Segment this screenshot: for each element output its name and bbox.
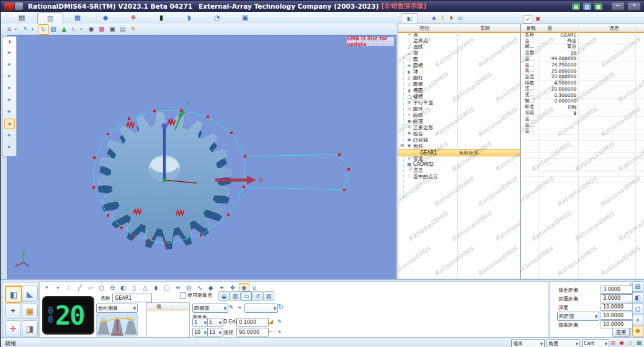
retract-input[interactable]: 3.0000: [601, 294, 633, 302]
probe-box-button[interactable]: ⌖: [4, 119, 15, 129]
tab-features[interactable]: ◧: [401, 13, 418, 23]
workpiece-mode-button[interactable]: ◧: [5, 286, 22, 303]
sma-update-button[interactable]: SMA is due for update: [346, 37, 395, 47]
feature-vector-point-button[interactable]: ∴: [64, 283, 73, 292]
tab-palette[interactable]: ❖: [121, 12, 146, 23]
use-points-checkbox[interactable]: [180, 292, 186, 299]
feature-line-button[interactable]: ╱: [75, 283, 84, 292]
home-button-caret[interactable]: ▾: [15, 27, 17, 31]
feature-surface-button[interactable]: ◆: [206, 283, 215, 292]
tree-header-actual[interactable]: 实际: [480, 25, 490, 32]
tab-clock[interactable]: ◔: [205, 12, 230, 23]
tab-pointer[interactable]: ◆: [93, 12, 118, 23]
props-header-error[interactable]: 误差: [609, 25, 619, 32]
close-button[interactable]: ✕: [627, 2, 641, 11]
axes-mode-button[interactable]: ✛: [5, 320, 21, 336]
probe-tip-icon[interactable]: ⌖: [275, 328, 284, 335]
tree-item-gear[interactable]: ⊟✱齿轮: [398, 143, 521, 149]
viewport-3d[interactable]: zYX SMA is due for update: [7, 35, 396, 280]
props-apply-check-icon[interactable]: ✔: [524, 15, 532, 24]
fit-view-button[interactable]: ▲: [59, 24, 69, 34]
device-connect-icon[interactable]: ▩: [594, 3, 602, 10]
tab-graph[interactable]: ▥: [230, 291, 241, 301]
tab-filter[interactable]: Y: [439, 13, 447, 22]
vise-mode-button[interactable]: ▦: [22, 303, 38, 319]
feature-point-button[interactable]: •: [53, 283, 63, 292]
tree-expander-icon[interactable]: ⊟: [400, 143, 404, 148]
zoom-window-button[interactable]: ▧: [48, 24, 58, 34]
probe-pick-1-button[interactable]: ⌖: [4, 60, 14, 69]
remote-control-icon[interactable]: ▦: [572, 3, 580, 10]
feature-sphere-button[interactable]: ◐: [119, 283, 128, 292]
feature-polygon-button[interactable]: ✦: [217, 283, 226, 292]
flank-select-combo[interactable]: 两侧面▼: [192, 304, 228, 313]
tab-shield[interactable]: ◈: [430, 13, 438, 22]
teeth-combo-1[interactable]: 1▼: [192, 318, 208, 327]
refresh-small-icon[interactable]: ↻: [277, 303, 285, 310]
tab-window[interactable]: ▦: [65, 12, 90, 23]
unit-combo[interactable]: 毫米▼: [511, 339, 545, 347]
axis-view-button-caret[interactable]: ▾: [80, 27, 82, 31]
probe-y-icon[interactable]: ⌖: [236, 304, 244, 311]
refresh-view-button[interactable]: ↻: [38, 24, 49, 35]
edit-path-icon[interactable]: ✎: [275, 318, 284, 325]
feature-plane-button[interactable]: ▱: [86, 283, 95, 292]
tab-device[interactable]: ▮: [149, 12, 174, 23]
render-mode-button[interactable]: ▩: [97, 24, 107, 34]
probe-dir-icon[interactable]: ⊢: [267, 328, 275, 335]
model-box-button[interactable]: ▤: [118, 24, 128, 34]
paint-button[interactable]: ✎: [128, 24, 138, 34]
tree-header-theory[interactable]: 理论: [419, 25, 429, 32]
props-close-icon[interactable]: ✖: [534, 15, 542, 22]
tree-item-selected-point-cloud[interactable]: ∷选中的点云: [398, 174, 521, 180]
feature-cylinder-button[interactable]: ▯: [130, 283, 139, 292]
probe-small-button[interactable]: ⌖: [4, 107, 14, 116]
feature-probe-hand-button[interactable]: ⌖: [42, 283, 51, 292]
fixture-mode-button[interactable]: ◣: [22, 286, 38, 302]
value-list-header[interactable]: 值: [147, 303, 171, 310]
minimize-button[interactable]: —: [611, 2, 625, 11]
probe-button[interactable]: ◧: [632, 292, 643, 303]
feature-cone-button[interactable]: △: [140, 283, 150, 292]
screen-share-icon[interactable]: ▧: [583, 3, 591, 10]
teeth-combo-10[interactable]: 10▼: [192, 328, 208, 336]
probe-b-button[interactable]: ⌖: [4, 142, 14, 151]
pitch-input[interactable]: 10.0000: [601, 312, 633, 320]
teeth-combo-5[interactable]: 5▼: [207, 318, 223, 327]
tab-document[interactable]: ▥: [37, 12, 63, 24]
probe-disable-button[interactable]: ⌖: [4, 48, 14, 57]
probe-pick-3-button[interactable]: ⌖: [4, 83, 14, 92]
home-button[interactable]: ⌂: [4, 24, 14, 34]
settings-gear-button[interactable]: ✱: [632, 326, 643, 336]
feature-circle-button[interactable]: ○: [97, 283, 106, 292]
coord-combo[interactable]: Cart▼: [582, 339, 609, 347]
feature-torus-button[interactable]: ◎: [184, 283, 194, 292]
part-probe-button[interactable]: ◨: [22, 320, 38, 336]
pitch-surface-combo[interactable]: 间距面▼: [557, 312, 599, 321]
touch-button[interactable]: ⌖: [632, 315, 643, 325]
probe-angle-button[interactable]: ⌖: [4, 130, 14, 140]
tab-window[interactable]: ▭: [241, 291, 252, 301]
angle-combo[interactable]: 角度▼: [547, 339, 580, 347]
tab-rotate[interactable]: ↺: [252, 291, 263, 301]
feature-curve-button[interactable]: ∿: [195, 283, 204, 292]
feature-parallel-planes-button[interactable]: ≡: [173, 283, 182, 292]
extra-combo[interactable]: ▼: [244, 304, 278, 313]
zoom-button[interactable]: ○: [632, 304, 643, 314]
value-list[interactable]: 值: [146, 302, 190, 338]
tooth-flag-icon[interactable]: ◪: [267, 318, 275, 325]
tab-crown[interactable]: ♦: [447, 13, 455, 22]
diameter-input[interactable]: 90.0000: [236, 328, 269, 336]
tab-screen[interactable]: ▭: [456, 13, 464, 22]
probe-pick-2-button[interactable]: ⌖: [4, 71, 14, 81]
tab-card[interactable]: ▤: [263, 291, 274, 301]
feature-keyway-button[interactable]: ▢: [163, 283, 172, 292]
select-cursor-button[interactable]: ↖: [21, 24, 31, 34]
teeth-combo-15[interactable]: 15▼: [207, 328, 223, 336]
snapshot-button[interactable]: ▣: [107, 24, 117, 34]
pin-icon[interactable]: ✛: [5, 37, 14, 47]
props-header-value[interactable]: 值: [547, 25, 552, 32]
name-input[interactable]: GEAR1: [112, 294, 152, 302]
approach-input[interactable]: 3.0000: [601, 286, 633, 294]
tab-shell[interactable]: ◗: [177, 12, 202, 23]
